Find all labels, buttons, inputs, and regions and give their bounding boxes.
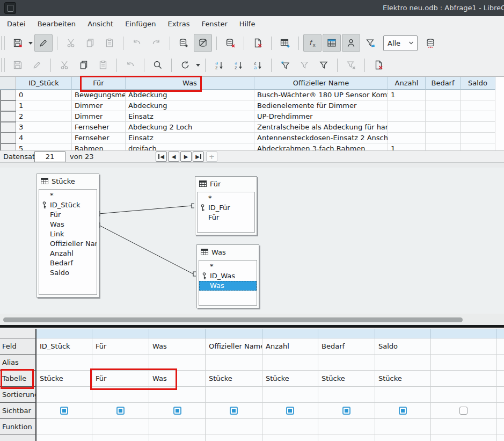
grid-cell[interactable]: Stücke (375, 371, 431, 387)
cell[interactable]: Einsatz (126, 111, 254, 122)
row-header[interactable] (0, 143, 16, 151)
edit-button[interactable] (34, 34, 53, 52)
cell[interactable] (461, 100, 495, 111)
menu-hilfe[interactable]: Hilfe (233, 16, 261, 32)
paste-data-button[interactable] (94, 56, 112, 74)
cell[interactable] (426, 122, 461, 133)
grid-cell[interactable]: Offizieller Name (206, 338, 262, 355)
grid-cell[interactable] (318, 419, 375, 435)
grid-cell[interactable] (149, 387, 206, 403)
cell[interactable]: Abdeckung (126, 100, 254, 111)
cell[interactable]: dreifach (126, 143, 254, 151)
grid-cell[interactable] (496, 371, 504, 387)
undo-button[interactable] (128, 34, 146, 52)
grid-cell[interactable] (431, 355, 496, 371)
grid-cell[interactable]: Was (149, 338, 206, 355)
cell[interactable]: Bedienelemente für Dimmer (254, 100, 388, 111)
query-properties-button[interactable] (421, 34, 440, 52)
grid-cell[interactable] (318, 435, 375, 441)
visible-checkbox[interactable] (459, 407, 468, 415)
design-area-scrollbar[interactable] (0, 314, 504, 325)
cell[interactable] (388, 122, 426, 133)
grid-cell[interactable] (375, 435, 431, 441)
grid-cell[interactable] (149, 355, 206, 371)
next-record-button[interactable]: ▶ (180, 151, 192, 162)
grid-cell[interactable] (262, 355, 318, 371)
results-corner-cell[interactable] (0, 77, 16, 90)
grid-cell[interactable]: ID_Stück (36, 338, 92, 355)
diagram-table-stuecke[interactable]: Stücke * ID_Stück Für Was Link Offiziell… (36, 173, 99, 298)
diagram-table-header[interactable]: Für (195, 177, 257, 191)
cell[interactable]: 5 (16, 143, 72, 151)
distinct-values-button[interactable]: ≠ (361, 34, 379, 52)
field-row[interactable]: ID_Für (198, 203, 254, 213)
cell[interactable] (388, 111, 426, 122)
menu-fenster[interactable]: Fenster (196, 16, 233, 32)
sort-ascending-button[interactable]: a z (229, 56, 247, 74)
close-table-view-button[interactable] (369, 56, 388, 74)
cell[interactable]: Abdeckung (126, 90, 254, 100)
row-header[interactable] (0, 122, 16, 133)
grid-cell[interactable] (496, 387, 504, 403)
undo-data-button[interactable] (121, 56, 140, 74)
diagram-table-was[interactable]: Was * ID_Was Was (196, 244, 259, 308)
cell[interactable]: Dimmer (72, 111, 126, 122)
cell[interactable] (426, 143, 461, 151)
sort-button[interactable]: a z (210, 56, 228, 74)
cell[interactable] (388, 133, 426, 143)
grid-cell[interactable] (262, 435, 318, 441)
cell[interactable]: UP-Drehdimmer (254, 111, 388, 122)
grid-cell[interactable] (496, 419, 504, 435)
row-header[interactable] (0, 111, 16, 122)
cell[interactable]: 3 (16, 122, 72, 133)
grid-cell[interactable] (92, 387, 149, 403)
field-row[interactable]: Für (39, 210, 97, 220)
design-grid-corner[interactable] (0, 329, 36, 338)
standard-filter-button[interactable] (315, 56, 333, 74)
menu-extras[interactable]: Extras (162, 16, 196, 32)
field-row[interactable]: ID_Was (199, 271, 257, 281)
diagram-table-fuer[interactable]: Für * ID_Für Für (195, 176, 257, 235)
grid-cell[interactable] (149, 419, 206, 435)
grid-cell[interactable] (318, 355, 375, 371)
pane-divider[interactable] (0, 325, 504, 328)
grid-cell[interactable]: Stücke (262, 371, 318, 387)
grid-cell[interactable] (149, 435, 206, 441)
visible-checkbox[interactable] (230, 407, 238, 415)
grid-cell[interactable]: Bedarf (318, 338, 375, 355)
first-record-button[interactable]: ◀ (156, 151, 167, 162)
cell[interactable]: 4 (16, 133, 72, 143)
field-row[interactable]: Link (39, 229, 97, 239)
row-header[interactable] (0, 100, 16, 111)
paste-button[interactable] (100, 34, 119, 52)
grid-cell[interactable] (496, 338, 504, 355)
cell[interactable]: Rahmen (72, 143, 126, 151)
grid-cell[interactable] (431, 387, 496, 403)
previous-record-button[interactable]: ◀ (168, 151, 179, 162)
row-header[interactable] (0, 133, 16, 143)
column-header[interactable]: Für (72, 77, 126, 90)
cell[interactable] (388, 100, 426, 111)
grid-cell[interactable] (262, 419, 318, 435)
field-row[interactable]: Für (198, 213, 254, 222)
grid-cell[interactable] (496, 355, 504, 371)
last-record-button[interactable]: ▶ (193, 151, 204, 162)
toolbar-handle[interactable] (1, 36, 5, 50)
grid-cell[interactable]: Anzahl (262, 338, 318, 355)
grid-cell[interactable]: Stücke (318, 371, 375, 387)
menu-ansicht[interactable]: Ansicht (82, 16, 119, 32)
reset-filter-button[interactable] (342, 56, 360, 74)
design-column-header[interactable] (92, 329, 149, 338)
design-column-header[interactable] (496, 329, 504, 338)
save-dropdown-button[interactable] (27, 34, 34, 52)
cell[interactable]: Fernseher (72, 122, 126, 133)
limit-combobox[interactable]: Alle (383, 35, 418, 51)
copy-button-design[interactable] (81, 34, 99, 52)
grid-cell[interactable] (375, 387, 431, 403)
visible-checkbox[interactable] (399, 407, 407, 415)
grid-cell[interactable] (206, 419, 262, 435)
grid-cell[interactable] (496, 403, 504, 419)
grid-cell[interactable] (431, 419, 496, 435)
redo-button[interactable] (147, 34, 165, 52)
menu-datei[interactable]: Datei (1, 16, 32, 32)
